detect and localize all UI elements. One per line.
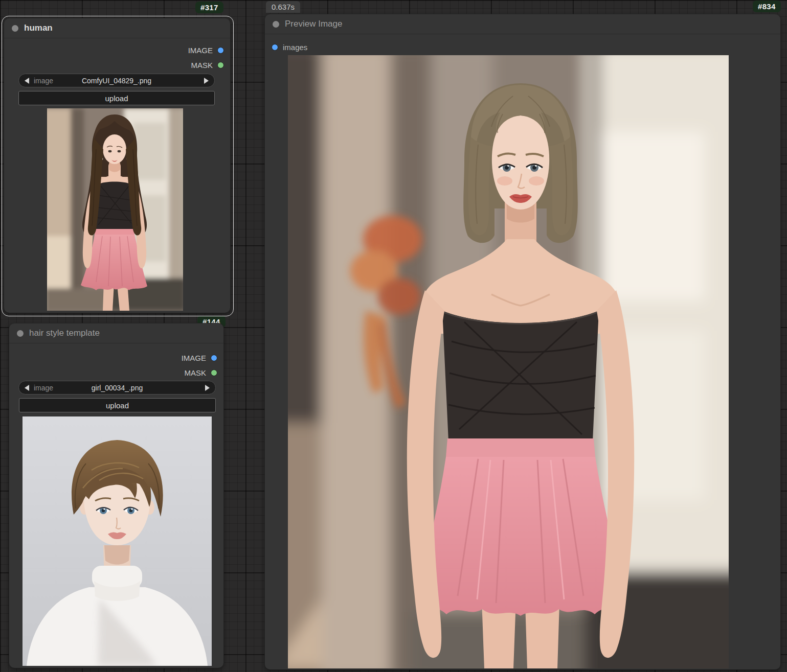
node-human[interactable]: human IMAGE MASK image ComfyUI_04829_.pn…	[4, 18, 230, 313]
collapse-dot-icon[interactable]	[273, 21, 279, 28]
image-slot-icon[interactable]	[272, 44, 278, 51]
comfyui-canvas[interactable]: { "nodes": { "human": { "badge": "#317",…	[0, 0, 787, 672]
output-slot-label: MASK	[184, 368, 206, 377]
node-human-titlebar[interactable]: human	[4, 18, 230, 38]
mask-slot-icon[interactable]	[211, 369, 217, 376]
collapse-dot-icon[interactable]	[12, 25, 18, 32]
image-slot-icon[interactable]	[211, 355, 217, 361]
output-slot-label: IMAGE	[182, 354, 206, 362]
node-title: Preview Image	[285, 19, 342, 29]
hair-template-thumbnail	[23, 416, 212, 666]
node-title: hair style template	[29, 328, 100, 338]
mask-slot-icon[interactable]	[217, 62, 224, 68]
node-preview-image-titlebar[interactable]: Preview Image	[265, 14, 780, 34]
output-slot-mask[interactable]: MASK	[191, 60, 224, 70]
output-slot-label: IMAGE	[188, 46, 213, 55]
human-thumbnail	[47, 108, 183, 311]
combo-widget-value: girl_00034_.png	[39, 384, 195, 392]
image-combo-widget[interactable]: image girl_00034_.png	[18, 381, 216, 395]
combo-prev-icon[interactable]	[25, 78, 29, 84]
node-title: human	[24, 23, 53, 33]
combo-prev-icon[interactable]	[25, 385, 29, 391]
upload-button[interactable]: upload	[18, 91, 215, 105]
node-preview-image[interactable]: Preview Image images	[265, 14, 780, 669]
preview-image-output	[288, 55, 729, 668]
combo-widget-value: ComfyUI_04829_.png	[39, 77, 194, 85]
combo-next-icon[interactable]	[204, 78, 209, 84]
collapse-dot-icon[interactable]	[17, 330, 24, 337]
output-slot-label: MASK	[191, 61, 213, 69]
output-slot-image[interactable]: IMAGE	[188, 45, 224, 55]
node-id-badge-834: #834	[753, 1, 781, 12]
upload-button[interactable]: upload	[19, 398, 216, 412]
output-slot-image[interactable]: IMAGE	[182, 353, 217, 363]
node-id-badge-317: #317	[195, 2, 223, 13]
combo-next-icon[interactable]	[205, 385, 210, 391]
node-hair-style-template-titlebar[interactable]: hair style template	[9, 323, 223, 343]
image-combo-widget[interactable]: image ComfyUI_04829_.png	[18, 74, 215, 87]
output-slot-mask[interactable]: MASK	[184, 367, 217, 378]
input-slot-images[interactable]: images	[272, 42, 307, 52]
image-slot-icon[interactable]	[217, 47, 224, 54]
input-slot-label: images	[283, 43, 307, 52]
execution-time-badge: 0.637s	[266, 1, 300, 13]
node-hair-style-template[interactable]: hair style template IMAGE MASK image gir…	[9, 323, 223, 668]
